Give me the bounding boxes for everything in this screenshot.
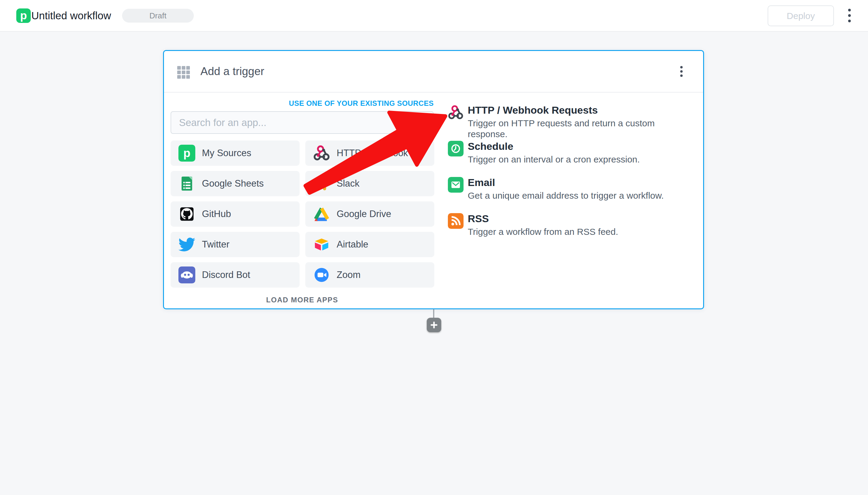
- trigger-title: Email: [468, 176, 692, 188]
- app-tile-zoom[interactable]: Zoom: [305, 262, 434, 288]
- app-tile-label: Airtable: [337, 239, 368, 250]
- trigger-option-rss[interactable]: RSS Trigger a workflow from an RSS feed.: [448, 212, 692, 237]
- app-tile-label: GitHub: [202, 209, 231, 220]
- status-badge: Draft: [122, 9, 194, 23]
- trigger-description: Trigger on HTTP requests and return a cu…: [468, 118, 692, 140]
- app-tile-my-sources[interactable]: p My Sources: [171, 140, 299, 166]
- app-tile-airtable[interactable]: Airtable: [305, 232, 434, 257]
- existing-sources-link[interactable]: USE ONE OF YOUR EXISTING SOURCES: [171, 99, 434, 108]
- airtable-icon: [313, 236, 330, 253]
- slack-icon: [313, 175, 330, 192]
- trigger-title: Schedule: [468, 140, 692, 152]
- google-sheets-icon: [178, 175, 195, 192]
- app-search-input[interactable]: [171, 111, 434, 134]
- github-icon: [178, 206, 195, 222]
- google-drive-icon: [313, 206, 330, 222]
- app-tile-twitter[interactable]: Twitter: [171, 232, 299, 257]
- app-tile-slack[interactable]: Slack: [305, 171, 434, 196]
- card-title: Add a trigger: [201, 51, 264, 92]
- card-header-divider: [164, 92, 703, 92]
- top-bar: p Untitled workflow Draft Deploy: [0, 0, 868, 32]
- trigger-description: Get a unique email address to trigger a …: [468, 190, 692, 201]
- trigger-option-http-webhook[interactable]: HTTP / Webhook Requests Trigger on HTTP …: [448, 104, 692, 140]
- pipedream-icon: p: [178, 145, 195, 161]
- svg-text:p: p: [183, 147, 190, 159]
- app-tile-label: Twitter: [202, 239, 229, 250]
- rss-icon: [448, 213, 464, 229]
- app-window: p Untitled workflow Draft Deploy Add a t…: [0, 0, 868, 495]
- discord-icon: [178, 267, 195, 284]
- app-tile-label: Google Drive: [337, 209, 391, 220]
- grid-handle-icon: [177, 66, 190, 79]
- trigger-title: RSS: [468, 212, 692, 225]
- deploy-button[interactable]: Deploy: [768, 5, 834, 26]
- app-tile-google-drive[interactable]: Google Drive: [305, 201, 434, 227]
- trigger-description: Trigger a workflow from an RSS feed.: [468, 226, 692, 237]
- schedule-clock-icon: [448, 141, 464, 156]
- app-tile-http-webhook[interactable]: HTTP / Webhook: [305, 140, 434, 166]
- app-tile-label: Discord Bot: [202, 270, 250, 280]
- trigger-description: Trigger on an interval or a cron express…: [468, 154, 692, 165]
- webhook-icon: [313, 145, 330, 161]
- webhook-icon: [448, 105, 464, 120]
- load-more-apps-button[interactable]: LOAD MORE APPS: [171, 296, 434, 304]
- add-trigger-card: Add a trigger USE ONE OF YOUR EXISTING S…: [163, 50, 704, 309]
- app-tile-label: Slack: [337, 178, 360, 189]
- plus-icon: [427, 318, 441, 332]
- app-tile-discord-bot[interactable]: Discord Bot: [171, 262, 299, 288]
- app-tile-label: My Sources: [202, 148, 251, 158]
- app-grid: p My Sources: [171, 140, 434, 288]
- trigger-title: HTTP / Webhook Requests: [468, 104, 692, 116]
- card-menu-icon[interactable]: [675, 51, 688, 92]
- app-tile-label: HTTP / Webhook: [337, 148, 408, 158]
- pipedream-logo-icon[interactable]: p: [16, 8, 31, 23]
- workflow-title[interactable]: Untitled workflow: [31, 0, 111, 31]
- twitter-icon: [178, 236, 195, 253]
- zoom-icon: [313, 267, 330, 284]
- app-tile-label: Google Sheets: [202, 178, 264, 189]
- overflow-menu-icon[interactable]: [843, 0, 856, 31]
- trigger-option-schedule[interactable]: Schedule Trigger on an interval or a cro…: [448, 140, 692, 165]
- trigger-option-email[interactable]: Email Get a unique email address to trig…: [448, 176, 692, 201]
- app-tile-google-sheets[interactable]: Google Sheets: [171, 171, 299, 196]
- email-envelope-icon: [448, 177, 464, 193]
- step-connector-line: [433, 309, 434, 318]
- app-tile-github[interactable]: GitHub: [171, 201, 299, 227]
- add-step-button[interactable]: [427, 318, 441, 332]
- app-tile-label: Zoom: [337, 270, 361, 280]
